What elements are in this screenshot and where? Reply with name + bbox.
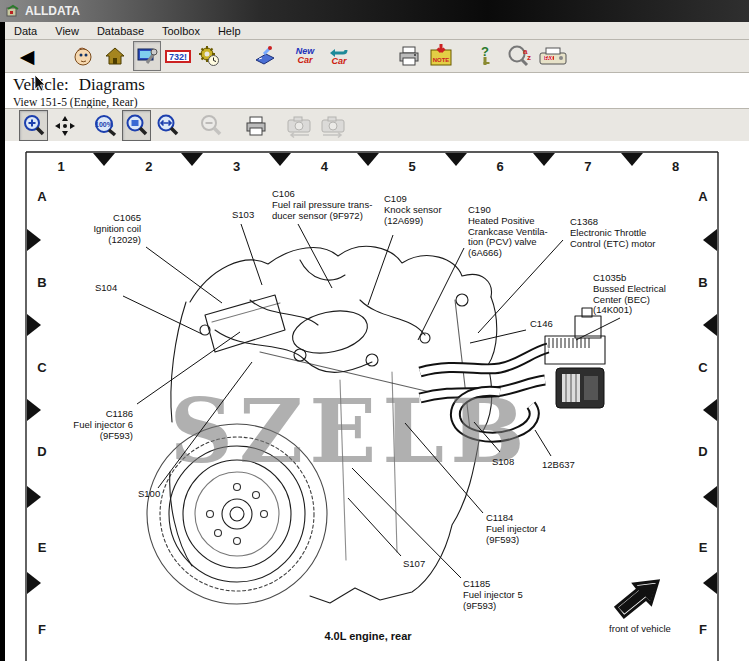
grid-column-label: 3 — [233, 159, 240, 174]
menu-help[interactable]: Help — [209, 24, 250, 38]
help-key-icon: ? — [476, 44, 494, 68]
back-button[interactable]: ◀ — [13, 41, 41, 71]
zoom-out-button[interactable] — [196, 110, 225, 141]
callout-label-C190: (6A666) — [468, 247, 502, 258]
pan-button[interactable] — [50, 110, 79, 141]
callout-leader-line — [146, 247, 222, 303]
fax-button[interactable]: FAX — [537, 41, 569, 71]
fit-page-button[interactable] — [122, 110, 151, 141]
app-logo-icon — [6, 4, 20, 18]
assistant-button[interactable] — [69, 41, 97, 71]
fit-width-button[interactable] — [153, 110, 182, 141]
grid-tick-triangle — [703, 399, 717, 421]
grid-row-label-left: C — [37, 360, 47, 375]
print-icon — [397, 45, 421, 67]
help-button[interactable]: ? — [471, 41, 499, 71]
return-arrow-icon — [329, 47, 349, 57]
home-button[interactable] — [101, 41, 129, 71]
grid-tick-triangle — [93, 153, 115, 166]
callout-label-C109: Knock sensor — [384, 204, 442, 215]
grid-tick-triangle — [269, 153, 291, 166]
zoom-in-button[interactable] — [19, 110, 48, 141]
callout-label-S107: S107 — [403, 558, 425, 569]
alldata-window: ALLDATA Data View Database Toolbox Help … — [0, 0, 749, 661]
callout-leader-line — [418, 248, 464, 340]
grid-row-label-right: C — [698, 360, 708, 375]
callout-label-C190: C190 — [468, 204, 491, 215]
graphics-view-button[interactable] — [133, 41, 161, 71]
new-car-button[interactable]: New Car — [291, 41, 319, 71]
grid-row-label-left: A — [37, 189, 47, 204]
callout-label-C106: ducer sensor (9F972) — [272, 210, 363, 221]
callout-label-S108: S108 — [492, 456, 514, 467]
callout-label-C1368: Electronic Throttle — [570, 227, 646, 238]
grid-tick-triangle — [703, 229, 717, 251]
note-button[interactable]: NOTE — [427, 41, 455, 71]
mouse-cursor-icon — [33, 74, 47, 92]
camera-next-icon — [319, 113, 347, 139]
front-of-vehicle-label: front of vehicle — [609, 623, 671, 634]
callout-label-C109: C109 — [384, 193, 407, 204]
grid-row-label-right: E — [699, 540, 708, 555]
callout-label-C1186: Fuel injector 6 — [73, 419, 133, 430]
print-view-button[interactable] — [241, 110, 270, 141]
grid-row-label-right: A — [698, 189, 708, 204]
grid-column-label: 4 — [321, 159, 329, 174]
menu-database[interactable]: Database — [88, 24, 153, 38]
callout-leader-line — [576, 318, 620, 340]
fit-page-icon — [125, 114, 149, 138]
callout-label-S104: S104 — [95, 282, 117, 293]
settings-history-icon — [197, 44, 221, 68]
callout-label-S103: S103 — [232, 209, 254, 220]
front-of-vehicle-arrow-icon — [616, 581, 658, 617]
menu-view[interactable]: View — [46, 24, 88, 38]
grid-tick-triangle — [27, 572, 41, 594]
camera-previous-icon — [285, 113, 313, 139]
callout-label-C1065: C1065 — [113, 212, 141, 223]
zoom-100-button[interactable]: 100% — [91, 110, 120, 141]
svg-text:NOTE: NOTE — [433, 57, 450, 63]
grid-row-label-left: E — [38, 540, 47, 555]
bec-connector — [545, 308, 605, 364]
svg-text:?: ? — [481, 44, 489, 59]
graphics-view-icon — [135, 44, 159, 68]
note-icon: NOTE — [428, 43, 454, 69]
callout-label-C1185: Fuel injector 5 — [463, 589, 523, 600]
callout-label-C1065: Ignition coil — [93, 223, 141, 234]
markup-stamp-button[interactable] — [251, 41, 279, 71]
search-az-button[interactable]: az — [505, 41, 535, 71]
menu-data[interactable]: Data — [5, 24, 46, 38]
grid-tick-triangle — [703, 572, 717, 594]
printer-icon — [244, 115, 268, 137]
grid-row-label-left: B — [37, 275, 46, 290]
callout-label-C106: C106 — [272, 188, 295, 199]
page-title: Vehicle: Diagrams — [5, 73, 749, 95]
grid-tick-triangle — [27, 229, 41, 251]
grid-tick-triangle — [27, 399, 41, 421]
settings-history-button[interactable] — [195, 41, 223, 71]
callout-label-C1184: (9F593) — [486, 534, 519, 545]
grid-column-label: 1 — [57, 159, 64, 174]
zoom-100-icon: 100% — [93, 114, 119, 138]
print-button[interactable] — [395, 41, 423, 71]
callout-label-C1186: C1186 — [106, 408, 133, 419]
menu-toolbox[interactable]: Toolbox — [153, 24, 209, 38]
grid-tick-triangle — [181, 153, 203, 166]
grid-row-label-right: F — [699, 622, 707, 637]
grid-tick-triangle — [703, 314, 717, 336]
next-view-button[interactable] — [318, 110, 348, 141]
grid-tick-triangle — [27, 314, 41, 336]
main-toolbar: ◀ 732! New Car Car — [5, 40, 749, 73]
callout-label-C1035b: Center (BEC) — [593, 294, 650, 305]
previous-car-button[interactable]: Car — [325, 41, 353, 71]
home-icon — [103, 44, 127, 68]
callout-label-C1368: Control (ETC) motor — [570, 238, 656, 249]
callout-leader-line — [298, 224, 332, 288]
callout-label-C1368: C1368 — [570, 216, 598, 227]
callout-label-C1185: (9F593) — [463, 600, 496, 611]
previous-car-icon: Car — [329, 47, 349, 66]
counter-button[interactable]: 732! — [164, 41, 192, 71]
callout-label-12B637: 12B637 — [542, 459, 575, 470]
previous-view-button[interactable] — [284, 110, 314, 141]
grid-row-label-left: D — [37, 444, 46, 459]
